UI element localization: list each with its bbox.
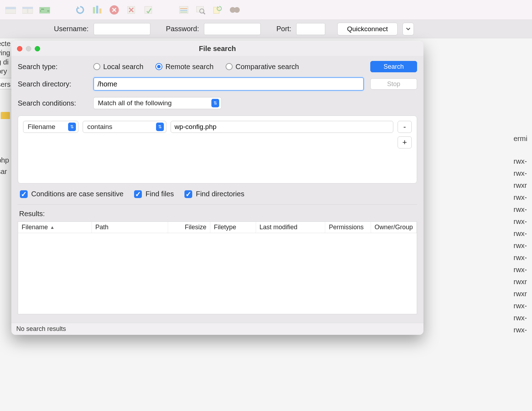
match-mode-select[interactable]: Match all of the following ⇅ — [93, 97, 222, 109]
bg-file-fragment: php sar — [0, 154, 12, 177]
column-filetype[interactable]: Filetype — [210, 222, 256, 233]
radio-local-search[interactable]: Local search — [93, 63, 143, 71]
password-label: Password: — [166, 25, 199, 33]
dialog-titlebar: File search — [11, 41, 423, 56]
conditions-panel: Filename ⇅ contains ⇅ - + — [18, 116, 417, 184]
username-input[interactable] — [94, 23, 150, 35]
search-directory-input[interactable] — [93, 77, 364, 91]
column-permissions[interactable]: Permissions — [325, 222, 371, 233]
process-queue-icon[interactable] — [90, 4, 104, 16]
stop-button: Stop — [370, 78, 417, 90]
add-condition-button[interactable]: + — [398, 136, 412, 148]
case-sensitive-checkbox[interactable]: ✓Conditions are case sensitive — [20, 190, 123, 198]
refresh-icon[interactable] — [73, 4, 87, 16]
filelist-icon[interactable] — [177, 4, 191, 16]
svg-rect-4 — [22, 7, 33, 9]
condition-value-input[interactable] — [171, 121, 393, 133]
search-conditions-label: Search conditions: — [18, 99, 87, 107]
toggle-queue-icon[interactable] — [38, 4, 52, 16]
file-search-dialog: File search Search type: Local search Re… — [11, 41, 423, 335]
search-type-label: Search type: — [18, 63, 87, 71]
bg-perm-fragment: rwx- rwx- rwxr rwx- rwx- rwx- rwx- rwx- … — [514, 155, 532, 336]
sitemanager-icon[interactable] — [4, 4, 18, 16]
svg-rect-6 — [93, 7, 95, 13]
bg-log-fragment: ecte ving g di ory — [0, 39, 12, 76]
svg-rect-8 — [99, 9, 101, 13]
column-filename[interactable]: Filename▲ — [18, 222, 92, 233]
condition-field-select[interactable]: Filename ⇅ — [23, 121, 78, 133]
port-input[interactable] — [296, 23, 325, 35]
bg-perm-header-fragment: ermi — [514, 134, 532, 143]
svg-line-18 — [203, 12, 205, 14]
results-label: Results: — [19, 210, 417, 218]
dialog-statusbar: No search results — [11, 323, 423, 335]
disconnect-icon[interactable] — [124, 4, 138, 16]
radio-remote-search[interactable]: Remote search — [155, 63, 214, 71]
find-files-checkbox[interactable]: ✓Find files — [134, 190, 174, 198]
column-last-modified[interactable]: Last modified — [256, 222, 326, 233]
quickconnect-bar: Username: Password: Port: Quickconnect — [0, 20, 532, 38]
quickconnect-button[interactable]: Quickconnect — [337, 23, 397, 35]
search-button[interactable]: Search — [370, 61, 417, 72]
svg-rect-1 — [5, 7, 16, 9]
remove-condition-button[interactable]: - — [398, 121, 412, 133]
quickconnect-history-dropdown[interactable] — [403, 23, 414, 35]
svg-rect-7 — [96, 6, 98, 13]
chevrons-icon: ⇅ — [68, 123, 76, 131]
sort-ascending-icon: ▲ — [50, 225, 55, 230]
radio-comparative-search[interactable]: Comparative search — [226, 63, 299, 71]
search-icon[interactable] — [194, 4, 208, 16]
column-owner-group[interactable]: Owner/Group — [371, 222, 417, 233]
password-input[interactable] — [204, 23, 261, 35]
bg-path-fragment: sers — [0, 78, 12, 89]
cancel-icon[interactable] — [107, 4, 121, 16]
folder-icon — [1, 111, 10, 119]
column-filesize[interactable]: Filesize — [168, 222, 210, 233]
sync-icon[interactable] — [211, 4, 225, 16]
toggle-log-icon[interactable] — [21, 4, 35, 16]
compare-icon[interactable] — [228, 4, 242, 16]
username-label: Username: — [54, 25, 89, 33]
chevrons-icon: ⇅ — [156, 123, 164, 131]
svg-point-21 — [234, 7, 240, 13]
search-directory-label: Search directory: — [18, 80, 87, 88]
main-toolbar — [0, 0, 532, 20]
dialog-title: File search — [11, 45, 423, 53]
results-table: Filename▲ Path Filesize Filetype Last mo… — [18, 221, 417, 314]
svg-rect-5 — [39, 7, 50, 13]
port-label: Port: — [276, 25, 291, 33]
column-path[interactable]: Path — [92, 222, 168, 233]
reconnect-icon[interactable] — [141, 4, 155, 16]
condition-operator-select[interactable]: contains ⇅ — [83, 121, 166, 133]
find-directories-checkbox[interactable]: ✓Find directories — [184, 190, 244, 198]
chevrons-icon: ⇅ — [211, 99, 219, 107]
